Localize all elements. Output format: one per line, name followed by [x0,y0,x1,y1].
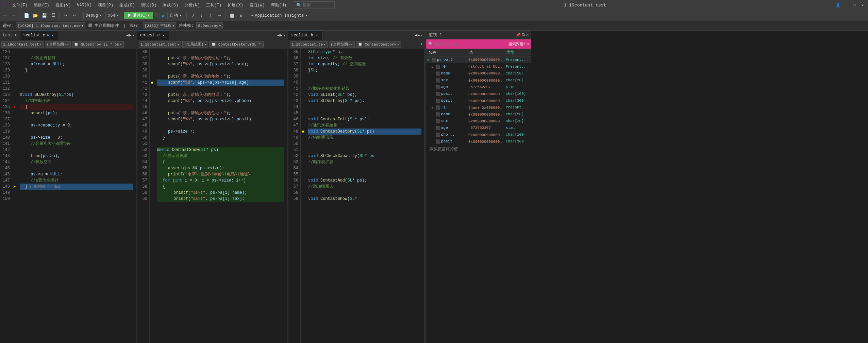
tab-right-arrow[interactable]: ▶ [129,33,132,37]
restart-button[interactable]: ↺ [162,13,164,18]
menu-analyze[interactable]: 分析(N) [182,2,203,9]
watch-tree: ⊟ ⬛ ps->a,2 0x000000000000002 { <st... P… [426,56,531,343]
stop-button[interactable]: ⬛ [154,13,160,18]
watch-row-2[interactable]: ⬛ name 0x000000000000000 <N... char[50] [426,70,531,77]
run-to-cursor-button[interactable]: → [216,12,223,19]
expand-icon-2[interactable]: + [283,42,285,47]
menu-test[interactable]: 测试(S) [160,2,181,9]
tab-left-arrow[interactable]: ◀ [126,33,129,37]
watch-pin-button[interactable]: 📌 [516,33,521,37]
tab-cotest-c-close[interactable]: ✕ [161,33,166,38]
tab2-right-arrow[interactable]: ▶ [280,33,283,37]
stack-dropdown[interactable]: SLDestroy ▾ [196,22,223,29]
watch-col-value: 值 [467,49,504,56]
expand-icon-1[interactable]: + [132,42,134,47]
tab2-more[interactable]: ▾ [283,33,285,37]
scope-dropdown-2[interactable]: (全局范围) ▾ [182,41,208,48]
maximize-button[interactable]: □ [852,2,857,8]
tab-test-c[interactable]: test.c [0,31,20,40]
search-input[interactable] [303,3,330,7]
menu-build[interactable]: 生成(B) [117,2,138,9]
refresh-age2-icon[interactable]: ↻ [506,126,508,130]
watch-row-12[interactable]: ⬛ posit 0x000000000000028c <读... char[30… [426,138,531,145]
menu-window[interactable]: 窗口(W) [247,2,268,9]
watch-row-1[interactable]: ⊟ ⬛ [0] <struct at NULL> Presont... [426,63,531,70]
add-watch-item[interactable]: 添加要监视的项 [426,145,531,153]
func-dropdown-1[interactable]: 🔲 SLDestroy(SL * ps ▾ [72,41,123,48]
process-dropdown[interactable]: [19820] 1_19contast_test.exe ▾ [16,22,85,29]
watch-close-button[interactable]: ✕ [526,33,529,37]
watch-row-8[interactable]: ⬛ name 0x0000000000001dc <读... char[50] [426,111,531,118]
save-all-button[interactable]: 🖫 [49,12,57,19]
watch-row-3[interactable]: ⬛ sex 0x000000000000032 <读... char[20] [426,77,531,84]
h-line-36: int size; // 有效数 [308,55,421,61]
new-file-button[interactable]: 📄 [23,12,30,19]
watch-row-4[interactable]: ⬛ age -572662307 ↻ int [426,84,531,90]
code-content-3[interactable]: SLDataType* a; int size; // 有效数 int capa… [305,49,424,343]
project-dropdown-3[interactable]: 1_19contast_te ▾ [290,41,328,48]
project-dropdown-1[interactable]: 1_19contast_test ▾ [1,41,44,48]
tab2-left-arrow[interactable]: ◀ [277,33,280,37]
menu-view[interactable]: 视图(V) [53,2,74,9]
tab3-left-arrow[interactable]: ◀ [415,33,417,37]
func-dropdown-2[interactable]: 🔲 ContastDestory(SL * p ▾ [210,41,264,48]
menu-debug[interactable]: 调试(D) [138,2,160,9]
tab-more[interactable]: ▾ [132,33,134,37]
menu-tools[interactable]: 工具(T) [203,2,224,9]
undo-button[interactable]: ↩ [62,12,69,19]
menu-edit[interactable]: 编辑(E) [31,2,52,9]
menu-help[interactable]: 帮助(H) [268,2,289,9]
project-dropdown-2[interactable]: 1_19contast_test ▾ [139,41,181,48]
save-button[interactable]: 💾 [40,12,48,19]
refresh-button[interactable]: ↻ [237,12,245,19]
watch-row-9[interactable]: ⬛ sex 0x000000000000020e <读... char[20] [426,118,531,124]
menu-project[interactable]: 项目(P) [95,2,116,9]
menu-git[interactable]: Git(G) [74,2,94,9]
refresh-age-icon[interactable]: ↻ [506,85,508,89]
step-into-button[interactable]: ↓ [198,12,205,19]
scope-dropdown-3[interactable]: (全局范围) ▾ [329,41,355,48]
continue-button[interactable]: ▶ 继续(C) ▾ [124,12,153,19]
watch-row-0[interactable]: ⊟ ⬛ ps->a,2 0x000000000000002 { <st... P… [426,56,531,63]
forward-button[interactable]: ⟶ [10,12,18,19]
tab-seqlist-h[interactable]: seqlist.h ✕ [288,31,322,40]
menu-extensions[interactable]: 扩展(X) [225,2,246,9]
expand-icon-3[interactable]: + [420,42,423,47]
tab-cotest-c[interactable]: cotest.c ✕ [137,31,169,40]
code-content-2[interactable]: puts("亲，请输入你的性别："); scanf("%s", ps->a[ps… [154,49,287,343]
breakpoint-button[interactable]: ⬤ [228,12,236,19]
redo-button[interactable]: ↪ [71,12,78,19]
code-content-1[interactable]: //防止野指针 pfread = NULL; } ⊟void SLDestroy… [17,49,136,343]
menu-file[interactable]: 文件(F) [10,2,31,9]
step-over-button[interactable]: ⤸ [189,12,197,19]
global-search-box[interactable]: 🔍 [294,1,335,9]
tab-seqlist-h-close[interactable]: ✕ [315,33,319,38]
tab-seqlist-c-close[interactable]: ✕ [50,33,55,38]
step-out-button[interactable]: ↑ [207,12,214,19]
close-button[interactable]: ✕ [860,2,865,8]
breakpoint-gutter-1: ● ➤ [12,49,17,343]
expand-7[interactable]: ⊟ [432,106,435,109]
expand-0[interactable]: ⊟ [428,58,431,62]
tab3-more[interactable]: ▾ [420,33,423,37]
watch-row-10[interactable]: ⬛ age -572662307 ↻ int [426,124,531,131]
open-button[interactable]: 📂 [32,12,39,19]
watch-search-input[interactable] [435,42,507,47]
scope-dropdown-1[interactable]: (全局范围) ▾ [45,41,71,48]
watch-row-6[interactable]: ⬛ posit 0x0000000000000b0 <读... char[300… [426,97,531,104]
minimize-button[interactable]: ─ [844,2,849,8]
platform-dropdown[interactable]: x64 ▾ [105,12,121,19]
watch-row-11[interactable]: ⬛ pho... 0x000000000000228 <读... char[10… [426,131,531,138]
func-dropdown-3[interactable]: 🔲 ContastDestory ▾ [356,41,401,48]
expand-1[interactable]: ⊟ [432,65,435,69]
thread-dropdown[interactable]: [2152] 主线程 ▾ [143,22,176,29]
watch-row-7[interactable]: ⊟ ⬛ [1] {name=0x0000000000001dc <读... Pr… [426,104,531,111]
watch-row-5[interactable]: ⬛ posit 0x000000000000004c <读... char[10… [426,90,531,97]
tab-seqlist-c[interactable]: seqlist.c ● ✕ [20,31,58,40]
watch-float-button[interactable]: ⧉ [522,33,525,37]
back-button[interactable]: ⟵ [1,12,9,19]
mode-dropdown[interactable]: 自动 ▾ [167,12,184,19]
debug-config-dropdown[interactable]: Debug ▾ [83,12,104,19]
tab3-right-arrow[interactable]: ▶ [418,33,420,37]
ai-arrow[interactable]: ▾ [305,13,307,18]
